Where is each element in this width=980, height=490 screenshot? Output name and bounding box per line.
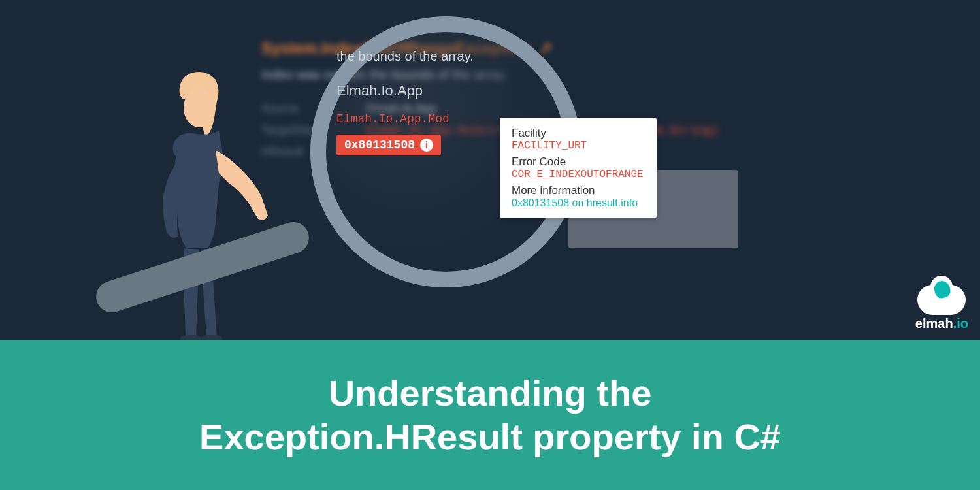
errorcode-label: Error Code xyxy=(512,155,645,169)
moreinfo-label: More information xyxy=(512,184,645,197)
source-value: Elmah.Io.App xyxy=(366,102,436,116)
svg-point-0 xyxy=(184,88,215,127)
external-link-icon: ↗ xyxy=(539,39,552,57)
elmah-logo: elmah.io xyxy=(915,285,968,331)
hresult-tooltip: Facility FACILITY_URT Error Code COR_E_I… xyxy=(500,118,657,218)
errorcode-value: COR_E_INDEXOUTOFRANGE xyxy=(512,169,645,180)
svg-point-1 xyxy=(180,335,201,340)
exception-message: Index was outside the bounds of the arra… xyxy=(261,67,980,82)
logo-text: elmah.io xyxy=(915,316,968,331)
bug-icon xyxy=(932,279,952,299)
moreinfo-link[interactable]: 0x80131508 on hresult.info xyxy=(512,197,645,209)
exception-title: System.IndexOutOfRangeException ↗ xyxy=(261,39,980,57)
title-banner: Understanding the Exception.HResult prop… xyxy=(0,340,980,490)
cloud-icon xyxy=(917,285,966,315)
facility-value: FACILITY_URT xyxy=(512,140,645,152)
svg-point-2 xyxy=(201,335,222,340)
person-illustration xyxy=(131,65,287,340)
article-headline: Understanding the Exception.HResult prop… xyxy=(199,371,781,459)
facility-label: Facility xyxy=(512,127,645,140)
